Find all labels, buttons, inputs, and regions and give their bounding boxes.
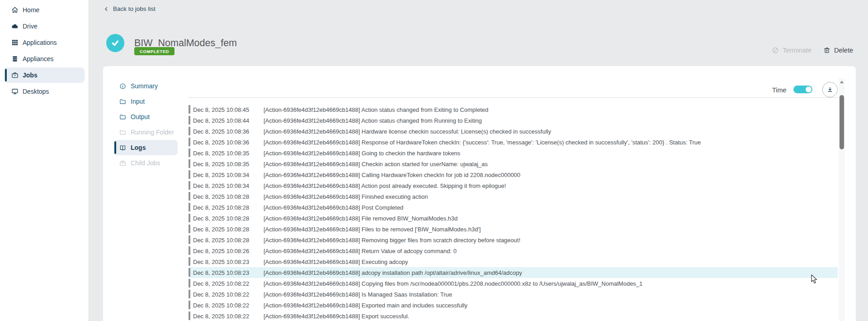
download-icon [826, 86, 834, 93]
log-row[interactable]: Dec 8, 2025 10:08:36[Action-6936fe4d3f12… [189, 126, 838, 137]
log-row[interactable]: Dec 8, 2025 10:08:44[Action-6936fe4d3f12… [189, 115, 838, 126]
sidebar-item-label: Applications [23, 39, 57, 46]
job-detail-card: SummaryInputOutputRunning FolderLogsChil… [103, 66, 856, 321]
log-message: [Action-6936fe4d3f12eb4669cb1488] Going … [264, 150, 838, 157]
log-timestamp: Dec 8, 2025 10:08:35 [193, 150, 264, 157]
log-row[interactable]: Dec 8, 2025 10:08:28[Action-6936fe4d3f12… [189, 235, 838, 245]
log-timestamp: Dec 8, 2025 10:08:28 [193, 237, 264, 244]
log-row[interactable]: Dec 8, 2025 10:08:22[Action-6936fe4d3f12… [189, 289, 838, 300]
log-timestamp: Dec 8, 2025 10:08:22 [193, 280, 264, 287]
briefcase-icon [119, 160, 126, 167]
log-row[interactable]: Dec 8, 2025 10:08:36[Action-6936fe4d3f12… [189, 137, 838, 148]
stack-icon [11, 55, 19, 62]
home-icon [11, 6, 19, 14]
tab-label: Logs [131, 144, 146, 151]
log-timestamp: Dec 8, 2025 10:08:22 [193, 302, 264, 309]
log-row[interactable]: Dec 8, 2025 10:08:34[Action-6936fe4d3f12… [189, 169, 838, 180]
tab-output[interactable]: Output [113, 109, 178, 125]
mouse-cursor [811, 274, 819, 284]
info-icon [119, 83, 126, 90]
sidebar-nav: HomeDriveApplicationsAppliancesJobsDeskt… [0, 2, 89, 100]
tab-label: Output [131, 113, 150, 120]
log-scrollbar[interactable] [839, 78, 845, 321]
log-message: [Action-6936fe4d3f12eb4669cb1488] Finish… [264, 193, 838, 200]
monitor-icon [11, 88, 19, 95]
log-row[interactable]: Dec 8, 2025 10:08:35[Action-6936fe4d3f12… [189, 148, 838, 158]
cloud-icon [11, 23, 19, 30]
log-row[interactable]: Dec 8, 2025 10:08:45[Action-6936fe4d3f12… [189, 104, 838, 115]
log-message: [Action-6936fe4d3f12eb4669cb1488] adcopy… [264, 269, 838, 276]
sidebar-item-drive[interactable]: Drive [0, 18, 89, 34]
terminate-icon [772, 47, 779, 54]
log-message: [Action-6936fe4d3f12eb4669cb1488] File r… [264, 215, 838, 222]
time-toggle-label: Time [772, 86, 787, 94]
log-message: [Action-6936fe4d3f12eb4669cb1488] Callin… [264, 172, 838, 178]
log-row[interactable]: Dec 8, 2025 10:08:22[Action-6936fe4d3f12… [189, 300, 838, 311]
log-list: Dec 8, 2025 10:08:45[Action-6936fe4d3f12… [189, 104, 838, 321]
tab-logs[interactable]: Logs [113, 140, 178, 155]
download-logs-button[interactable] [822, 82, 838, 97]
sidebar: HomeDriveApplicationsAppliancesJobsDeskt… [0, 0, 89, 321]
log-message: [Action-6936fe4d3f12eb4669cb1488] Export… [264, 302, 838, 309]
book-icon [119, 144, 126, 151]
scroll-up-arrow-icon[interactable] [840, 81, 844, 83]
log-timestamp: Dec 8, 2025 10:08:34 [193, 182, 264, 189]
log-message: [Action-6936fe4d3f12eb4669cb1488] Action… [264, 182, 838, 189]
log-message: [Action-6936fe4d3f12eb4669cb1488] Execut… [264, 259, 838, 265]
log-message: [Action-6936fe4d3f12eb4669cb1488] Post C… [264, 204, 838, 211]
folder-icon [119, 129, 126, 136]
log-row[interactable]: Dec 8, 2025 10:08:28[Action-6936fe4d3f12… [189, 202, 838, 213]
log-message: [Action-6936fe4d3f12eb4669cb1488] Export… [264, 313, 838, 320]
grid-icon [11, 39, 19, 46]
tab-input[interactable]: Input [113, 94, 178, 109]
header-actions: Terminate Delete [772, 47, 853, 54]
log-timestamp: Dec 8, 2025 10:08:22 [193, 313, 264, 320]
sidebar-item-applications[interactable]: Applications [0, 34, 89, 51]
tab-label: Summary [131, 82, 158, 90]
log-row[interactable]: Dec 8, 2025 10:08:22[Action-6936fe4d3f12… [189, 311, 838, 321]
log-message: [Action-6936fe4d3f12eb4669cb1488] Return… [264, 248, 838, 254]
log-timestamp: Dec 8, 2025 10:08:28 [193, 193, 264, 200]
log-row[interactable]: Dec 8, 2025 10:08:34[Action-6936fe4d3f12… [189, 180, 838, 191]
scrollbar-thumb[interactable] [840, 95, 844, 149]
terminate-button[interactable]: Terminate [772, 47, 811, 54]
log-row[interactable]: Dec 8, 2025 10:08:26[Action-6936fe4d3f12… [189, 245, 838, 256]
terminate-label: Terminate [783, 47, 811, 54]
time-toggle[interactable] [793, 86, 812, 93]
log-message: [Action-6936fe4d3f12eb4669cb1488] Copyin… [264, 280, 838, 287]
log-timestamp: Dec 8, 2025 10:08:28 [193, 204, 264, 211]
log-message: [Action-6936fe4d3f12eb4669cb1488] Files … [264, 226, 838, 233]
sidebar-item-appliances[interactable]: Appliances [0, 51, 89, 67]
tab-child-jobs: Child Jobs [113, 155, 178, 171]
log-row[interactable]: Dec 8, 2025 10:08:28[Action-6936fe4d3f12… [189, 213, 838, 224]
main-page: Back to jobs list BIW_NomalModes_fem COM… [90, 0, 868, 321]
sidebar-item-jobs[interactable]: Jobs [4, 67, 85, 83]
log-row[interactable]: Dec 8, 2025 10:08:23[Action-6936fe4d3f12… [189, 256, 838, 267]
job-status-icon [106, 34, 124, 52]
sidebar-item-label: Jobs [23, 72, 38, 79]
status-badge: COMPLETED [134, 47, 175, 55]
toolbar-divider [189, 97, 838, 98]
log-timestamp: Dec 8, 2025 10:08:36 [193, 128, 264, 135]
log-timestamp: Dec 8, 2025 10:08:45 [193, 106, 264, 113]
log-row[interactable]: Dec 8, 2025 10:08:35[Action-6936fe4d3f12… [189, 158, 838, 169]
sidebar-item-label: Drive [23, 23, 38, 30]
sidebar-item-home[interactable]: Home [0, 2, 89, 18]
log-timestamp: Dec 8, 2025 10:08:44 [193, 117, 264, 124]
tab-summary[interactable]: Summary [113, 78, 178, 94]
folder-icon [119, 98, 126, 105]
sidebar-item-label: Appliances [23, 55, 54, 62]
log-message: [Action-6936fe4d3f12eb4669cb1488] Is Man… [264, 291, 838, 298]
log-message: [Action-6936fe4d3f12eb4669cb1488] Removi… [264, 237, 838, 244]
log-timestamp: Dec 8, 2025 10:08:34 [193, 172, 264, 178]
log-row[interactable]: Dec 8, 2025 10:08:28[Action-6936fe4d3f12… [189, 191, 838, 202]
delete-button[interactable]: Delete [823, 47, 853, 54]
log-timestamp: Dec 8, 2025 10:08:36 [193, 139, 264, 146]
back-to-jobs-link[interactable]: Back to jobs list [104, 5, 156, 12]
log-row[interactable]: Dec 8, 2025 10:08:22[Action-6936fe4d3f12… [189, 278, 838, 289]
log-row[interactable]: Dec 8, 2025 10:08:28[Action-6936fe4d3f12… [189, 224, 838, 235]
log-message: [Action-6936fe4d3f12eb4669cb1488] Hardwa… [264, 128, 838, 135]
sidebar-item-desktops[interactable]: Desktops [0, 83, 89, 100]
log-timestamp: Dec 8, 2025 10:08:22 [193, 291, 264, 298]
log-row[interactable]: Dec 8, 2025 10:08:23[Action-6936fe4d3f12… [189, 267, 838, 278]
